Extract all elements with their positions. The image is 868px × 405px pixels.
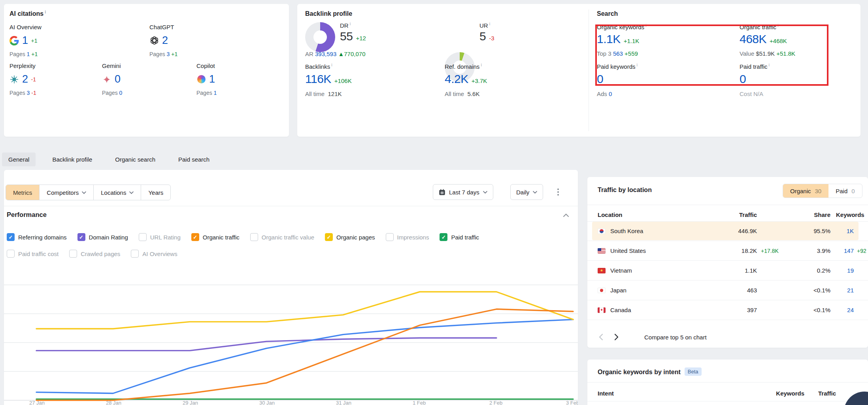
col-intent-keywords[interactable]: Keywords: [757, 390, 804, 397]
toggle-organic[interactable]: Organic30: [783, 184, 828, 198]
flag-vn-icon: [598, 268, 606, 273]
organic-traffic-delta: +468K: [770, 38, 787, 44]
filter-years[interactable]: Years: [141, 185, 170, 200]
copilot-value[interactable]: 1: [209, 73, 215, 85]
backlinks-delta: +106K: [334, 77, 352, 84]
search-title: Search: [597, 10, 618, 17]
prev-page-icon[interactable]: [598, 333, 603, 341]
location-keywords[interactable]: 21: [830, 287, 854, 294]
filter-metrics[interactable]: Metrics: [6, 185, 40, 200]
ref-domains-label: Ref. domainsi: [445, 63, 487, 70]
paid-keywords-value[interactable]: 0: [597, 72, 603, 86]
tab-organic-search[interactable]: Organic search: [109, 153, 162, 166]
x-tick-label: 29 Jan: [183, 400, 206, 405]
chevron-down-icon: [129, 191, 134, 194]
info-icon[interactable]: i: [489, 21, 490, 26]
checkbox-referring-domains[interactable]: ✓Referring domains: [7, 233, 67, 241]
compare-top5-link[interactable]: Compare top 5 on chart: [644, 334, 707, 341]
checkbox-crawled-pages[interactable]: Crawled pages: [69, 250, 120, 258]
location-keywords[interactable]: 147: [830, 247, 854, 254]
checkbox-organic-traffic[interactable]: ✓Organic traffic: [191, 233, 240, 241]
collapse-chevron-icon[interactable]: [563, 213, 569, 217]
backlinks-block: Backlinksi 116K+106K All time 121K: [305, 63, 352, 97]
checkbox-checked-icon: ✓: [191, 233, 199, 241]
next-page-icon[interactable]: [614, 333, 619, 341]
info-icon[interactable]: i: [331, 62, 332, 67]
gemini-pages: Pages 0: [102, 90, 122, 96]
info-icon[interactable]: i: [45, 9, 46, 14]
filter-label: Years: [148, 189, 163, 196]
col-intent[interactable]: Intent: [587, 390, 757, 397]
ref-domains-value[interactable]: 4.2K: [445, 72, 468, 86]
gemini-label: Gemini: [102, 62, 122, 69]
ar-row: AR 393,593 ▲770,070: [305, 51, 366, 57]
info-icon[interactable]: i: [637, 62, 638, 67]
filter-competitors[interactable]: Competitors: [40, 185, 94, 200]
checkbox-url-rating[interactable]: URL Rating: [139, 233, 181, 241]
location-name: South Korea: [610, 228, 643, 234]
openai-icon: [149, 36, 159, 45]
filter-locations[interactable]: Locations: [94, 185, 141, 200]
info-icon[interactable]: i: [350, 21, 351, 26]
toggle-paid[interactable]: Paid0: [828, 184, 862, 198]
divider: [587, 382, 868, 382]
paid-traffic-value[interactable]: 0: [740, 72, 746, 86]
chevron-down-icon: [533, 191, 537, 194]
filter-label: Locations: [101, 189, 126, 196]
perplexity-value[interactable]: 2: [22, 73, 28, 85]
col-share[interactable]: Share: [796, 211, 830, 218]
checkbox-paid-traffic-cost[interactable]: Paid traffic cost: [7, 250, 58, 258]
location-table-header: Location Traffic Share Keywords: [587, 208, 868, 222]
checkbox-label: Organic traffic: [203, 234, 240, 241]
info-icon[interactable]: i: [769, 62, 770, 67]
checkbox-paid-traffic[interactable]: ✓Paid traffic: [440, 233, 479, 241]
checkbox-unchecked-icon: [386, 233, 394, 241]
tab-paid-search[interactable]: Paid search: [172, 153, 216, 166]
checkbox-impressions[interactable]: Impressions: [386, 233, 429, 241]
location-pagination: Compare top 5 on chart: [598, 333, 707, 341]
ai-overview-label: AI Overview: [9, 24, 42, 30]
organic-keywords-value[interactable]: 1.1K: [597, 32, 621, 46]
organic-traffic-value[interactable]: 468K: [740, 32, 766, 46]
info-icon[interactable]: i: [777, 23, 778, 28]
location-keywords[interactable]: 19: [830, 267, 854, 274]
info-icon[interactable]: i: [481, 62, 481, 67]
ai-overview-value[interactable]: 1: [22, 34, 28, 47]
col-keywords[interactable]: Keywords: [830, 211, 868, 218]
location-keywords[interactable]: 24: [830, 307, 854, 313]
col-intent-traffic[interactable]: Traffic: [804, 390, 836, 397]
ai-citations-title: AI citationsi: [9, 10, 46, 17]
paid-keywords-label: Paid keywordsi: [597, 63, 638, 70]
checkbox-organic-pages[interactable]: ✓Organic pages: [325, 233, 375, 241]
gemini-value[interactable]: 0: [115, 73, 121, 85]
chatgpt-value[interactable]: 2: [162, 34, 168, 47]
checkbox-organic-traffic-value[interactable]: Organic traffic value: [250, 233, 314, 241]
ai-citations-card: AI citationsi AI Overview 1 +1 Pages 1 +…: [4, 4, 289, 137]
location-keywords[interactable]: 1K: [830, 228, 854, 234]
filter-segments: MetricsCompetitorsLocationsYears: [6, 185, 171, 200]
tab-general[interactable]: General: [2, 153, 36, 166]
checkbox-unchecked-icon: [69, 250, 77, 258]
info-icon[interactable]: i: [645, 23, 646, 28]
flag-us-icon: [598, 248, 606, 254]
col-location[interactable]: Location: [587, 211, 706, 218]
kebab-menu-icon[interactable]: [557, 187, 559, 197]
date-range-button[interactable]: Last 7 days: [433, 184, 493, 200]
checkbox-ai-overviews[interactable]: AI Overviews: [131, 250, 177, 258]
checkbox-checked-icon: ✓: [77, 233, 85, 241]
checkbox-checked-icon: ✓: [325, 233, 333, 241]
filter-label: Competitors: [47, 189, 79, 196]
backlinks-value[interactable]: 116K: [305, 72, 331, 86]
tab-backlink-profile[interactable]: Backlink profile: [46, 153, 98, 166]
checkbox-label: Crawled pages: [81, 251, 120, 257]
checkbox-unchecked-icon: [131, 250, 139, 258]
dr-value: 55: [340, 30, 353, 43]
performance-title: Performance: [7, 211, 47, 219]
granularity-button[interactable]: Daily: [510, 184, 543, 200]
location-name: United States: [610, 247, 646, 254]
col-traffic[interactable]: Traffic: [706, 211, 757, 218]
checkbox-domain-rating[interactable]: ✓Domain Rating: [77, 233, 128, 241]
checkbox-label: Referring domains: [18, 234, 67, 241]
location-traffic: 18.2K: [706, 247, 757, 254]
toggle-count: 0: [851, 188, 855, 194]
